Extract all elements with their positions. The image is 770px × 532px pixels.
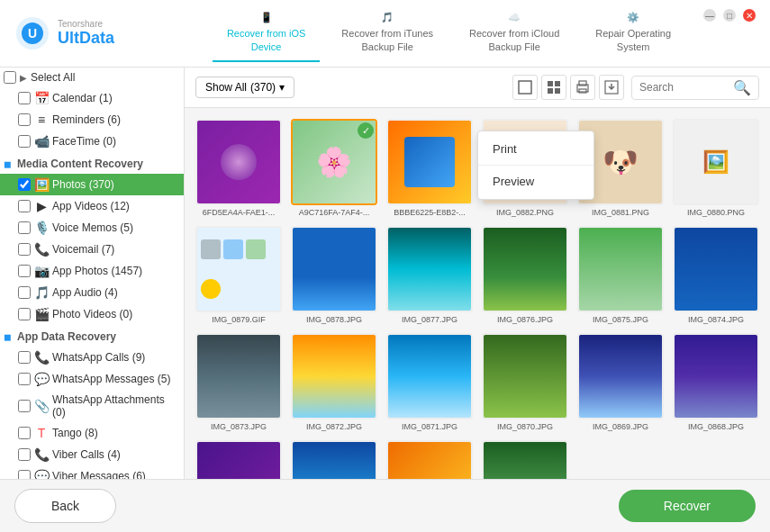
photo-thumb[interactable] [195, 226, 282, 312]
calendar-checkbox[interactable] [18, 92, 31, 104]
list-item[interactable]: IMG_0869.JPG [577, 333, 664, 431]
context-menu-print[interactable]: Print [478, 135, 593, 163]
list-item[interactable]: BBBE6225-E8B2-... [386, 119, 473, 217]
sidebar-item-facetime[interactable]: 📹 FaceTime (0) [0, 131, 184, 152]
app-audio-checkbox[interactable] [18, 286, 31, 299]
photo-thumb[interactable] [673, 333, 759, 419]
photo-thumb[interactable] [291, 440, 377, 479]
list-item[interactable]: IMG_0876.JPG [482, 226, 568, 324]
viber-messages-checkbox[interactable] [18, 470, 31, 479]
whatsapp-messages-checkbox[interactable] [18, 373, 31, 385]
sidebar-item-calendar[interactable]: 📅 Calendar (1) [0, 87, 184, 109]
list-item[interactable]: IMG_0877.JPG [386, 226, 473, 324]
photo-thumb[interactable] [577, 226, 664, 312]
list-item[interactable]: 🖼️ IMG_0880.PNG [673, 119, 759, 217]
print-icon [575, 80, 590, 95]
whatsapp-attachments-label: WhatsApp Attachments (0) [52, 393, 177, 419]
sidebar-item-app-photos[interactable]: 📷 App Photos (1457) [0, 260, 184, 282]
sidebar-item-photos[interactable]: 🖼️ Photos (370) [0, 174, 184, 195]
view-single-button[interactable] [512, 75, 538, 100]
close-button[interactable]: ✕ [743, 9, 756, 22]
photo-thumb[interactable] [482, 333, 568, 419]
voice-memos-checkbox[interactable] [18, 221, 31, 234]
context-menu-preview[interactable]: Preview [478, 167, 593, 195]
search-box[interactable]: 🔍 [631, 76, 759, 100]
sidebar-item-tango[interactable]: T Tango (8) [0, 422, 184, 444]
viber-calls-checkbox[interactable] [18, 448, 31, 461]
reminders-checkbox[interactable] [18, 113, 31, 126]
minimize-button[interactable]: — [703, 9, 716, 22]
list-item[interactable]: IMG_0865.JPG [386, 440, 473, 479]
photo-thumb[interactable] [386, 333, 473, 419]
sidebar-item-reminders[interactable]: ≡ Reminders (6) [0, 109, 184, 131]
photo-thumb[interactable] [482, 226, 568, 312]
photo-thumb[interactable] [482, 440, 568, 479]
list-item[interactable]: IMG_0872.JPG [291, 333, 377, 431]
photo-thumb[interactable] [291, 333, 377, 419]
whatsapp-calls-checkbox[interactable] [18, 351, 31, 364]
export-icon [604, 80, 619, 95]
list-item[interactable]: IMG_0866.JPG [291, 440, 377, 479]
tab-icloud[interactable]: ☁️ Recover from iCloudBackup File [455, 5, 574, 62]
tab-repair[interactable]: ⚙️ Repair OperatingSystem [581, 5, 685, 62]
sidebar-item-photo-videos[interactable]: 🎬 Photo Videos (0) [0, 303, 184, 325]
app-videos-checkbox[interactable] [18, 200, 31, 212]
recover-button[interactable]: Recover [619, 490, 756, 522]
select-all-expand: ▶ [20, 73, 27, 83]
sidebar-item-whatsapp-attachments[interactable]: 📎 WhatsApp Attachments (0) [0, 390, 184, 422]
list-item[interactable]: IMG_0878.JPG [291, 226, 377, 324]
photo-thumb[interactable]: 🖼️ [673, 119, 759, 205]
maximize-button[interactable]: □ [723, 9, 736, 22]
tab-ios[interactable]: 📱 Recover from iOSDevice [213, 5, 320, 62]
photo-thumb[interactable] [386, 440, 473, 479]
list-item[interactable]: IMG_0870.JPG [482, 333, 568, 431]
sidebar-item-app-audio[interactable]: 🎵 App Audio (4) [0, 282, 184, 303]
sidebar-item-voice-memos[interactable]: 🎙️ Voice Memos (5) [0, 217, 184, 239]
print-button[interactable] [570, 75, 595, 100]
select-all-checkbox[interactable] [4, 71, 16, 84]
tab-itunes[interactable]: 🎵 Recover from iTunesBackup File [327, 5, 448, 62]
photo-thumb[interactable] [195, 440, 282, 479]
list-item[interactable]: IMG_0875.JPG [577, 226, 664, 324]
photo-thumb[interactable] [386, 119, 473, 205]
show-all-button[interactable]: Show All (370) ▾ [195, 77, 294, 98]
export-button[interactable] [599, 75, 624, 100]
list-item[interactable]: IMG_0864.JPG [482, 440, 568, 479]
photo-videos-checkbox[interactable] [18, 308, 31, 320]
list-item[interactable]: IMG_0873.JPG [195, 333, 282, 431]
back-button[interactable]: Back [14, 489, 116, 523]
photo-thumb[interactable] [195, 333, 282, 419]
list-item[interactable]: IMG_0868.JPG [673, 333, 759, 431]
sidebar-item-voicemail[interactable]: 📞 Voicemail (7) [0, 239, 184, 260]
voicemail-checkbox[interactable] [18, 243, 31, 256]
facetime-icon: 📹 [34, 134, 49, 149]
list-item[interactable]: IMG_0879.GIF [195, 226, 282, 324]
logo-icon: U [14, 15, 50, 51]
photos-checkbox[interactable] [18, 178, 31, 191]
sidebar-item-select-all[interactable]: ▶ Select All [0, 68, 184, 87]
view-grid-button[interactable] [541, 75, 566, 100]
list-item[interactable]: IMG_0867.JPG [195, 440, 282, 479]
app-audio-icon: 🎵 [34, 285, 49, 300]
photo-thumb[interactable] [673, 226, 759, 312]
list-item[interactable]: 6FD5EA4A-FAE1-... [195, 119, 282, 217]
photo-thumb[interactable] [291, 226, 377, 312]
facetime-checkbox[interactable] [18, 135, 31, 148]
sidebar-item-whatsapp-calls[interactable]: 📞 WhatsApp Calls (9) [0, 347, 184, 368]
photo-thumb[interactable]: 🌸 ✓ [291, 119, 377, 205]
sidebar-item-viber-messages[interactable]: 💬 Viber Messages (6) [0, 465, 184, 479]
photo-thumb[interactable] [577, 333, 664, 419]
search-input[interactable] [639, 81, 729, 94]
app-data-section-icon: ◼ [4, 332, 11, 342]
whatsapp-attachments-checkbox[interactable] [18, 400, 31, 412]
photo-thumb[interactable] [386, 226, 473, 312]
sidebar-item-app-videos[interactable]: ▶ App Videos (12) [0, 195, 184, 217]
photo-thumb[interactable] [195, 119, 282, 205]
sidebar-item-whatsapp-messages[interactable]: 💬 WhatsApp Messages (5) [0, 368, 184, 390]
list-item[interactable]: IMG_0874.JPG [673, 226, 759, 324]
list-item[interactable]: IMG_0871.JPG [386, 333, 473, 431]
sidebar-item-viber-calls[interactable]: 📞 Viber Calls (4) [0, 444, 184, 465]
tango-checkbox[interactable] [18, 427, 31, 439]
list-item[interactable]: 🌸 ✓ A9C716FA-7AF4-... [291, 119, 377, 217]
app-photos-checkbox[interactable] [18, 265, 31, 277]
